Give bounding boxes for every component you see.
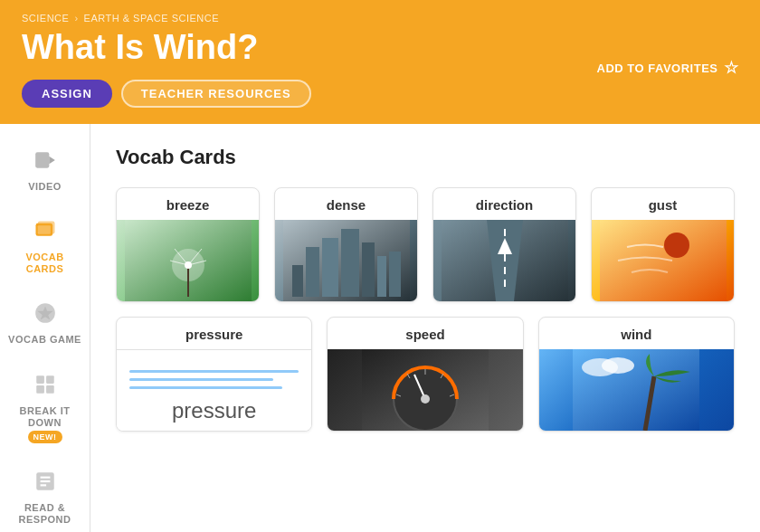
vocab-grid-row2: pressure pressure speed <box>116 317 735 432</box>
svg-rect-33 <box>389 252 401 297</box>
vocab-grid-row1: breeze <box>116 187 735 302</box>
vocab-card-gust[interactable]: gust <box>591 187 735 302</box>
sidebar-item-read-respond[interactable]: READ &RESPOND <box>0 454 90 532</box>
add-favorites-label: ADD TO FAVORITES <box>597 62 718 75</box>
card-direction-image <box>433 220 575 301</box>
sidebar-item-break-it-down[interactable]: BREAK IT DOWN NEW! <box>0 357 90 454</box>
card-speed-title: speed <box>328 318 522 349</box>
breadcrumb-science: SCIENCE <box>22 13 69 24</box>
vocab-card-dense[interactable]: dense <box>274 187 418 302</box>
svg-point-39 <box>664 233 689 258</box>
vocab-card-breeze[interactable]: breeze <box>116 187 260 302</box>
sidebar-item-vocab-game[interactable]: VOCAB GAME <box>0 286 90 356</box>
vocab-card-direction[interactable]: direction <box>432 187 576 302</box>
svg-rect-9 <box>36 385 44 394</box>
card-breeze-image <box>117 220 259 301</box>
svg-rect-30 <box>341 229 359 297</box>
video-icon <box>29 144 62 176</box>
svg-marker-1 <box>49 156 55 164</box>
breadcrumb-earth: EARTH & SPACE SCIENCE <box>84 13 219 24</box>
card-speed-image <box>328 349 522 431</box>
card-gust-title: gust <box>592 188 734 220</box>
new-badge: NEW! <box>28 431 62 443</box>
svg-rect-28 <box>306 247 319 297</box>
card-pressure-image: pressure <box>117 349 311 431</box>
pressure-word: pressure <box>172 398 256 423</box>
card-direction-title: direction <box>433 188 575 220</box>
main-layout: VIDEO VOCAB CARDS VOCAB GAME BREAK IT DO… <box>0 124 760 532</box>
header: SCIENCE › EARTH & SPACE SCIENCE What Is … <box>0 0 760 124</box>
vocab-card-speed[interactable]: speed <box>327 317 523 432</box>
breadcrumb-sep: › <box>74 13 78 24</box>
svg-rect-31 <box>362 242 375 297</box>
vocab-cards-icon <box>29 214 62 247</box>
svg-rect-0 <box>35 152 49 167</box>
sidebar-item-vocab-cards[interactable]: VOCAB CARDS <box>0 204 90 286</box>
sidebar-read-respond-label: READ &RESPOND <box>19 502 71 526</box>
star-icon: ☆ <box>724 58 739 78</box>
svg-point-51 <box>602 357 634 374</box>
svg-rect-29 <box>322 238 338 297</box>
sidebar-item-video[interactable]: VIDEO <box>0 133 90 204</box>
card-wind-image <box>539 349 734 431</box>
vocab-card-wind[interactable]: wind <box>538 317 735 432</box>
svg-point-43 <box>421 394 430 404</box>
add-to-favorites-button[interactable]: ADD TO FAVORITES ☆ <box>597 58 738 78</box>
breadcrumb: SCIENCE › EARTH & SPACE SCIENCE <box>22 13 738 24</box>
sidebar-break-it-down-label: BREAK IT DOWN <box>7 405 82 429</box>
assign-button[interactable]: ASSIGN <box>22 80 112 108</box>
card-dense-title: dense <box>275 188 417 220</box>
svg-point-25 <box>185 261 192 269</box>
page-title: What Is Wind? <box>22 29 597 67</box>
read-respond-icon <box>29 465 62 498</box>
header-actions: What Is Wind? ASSIGN TEACHER RESOURCES A… <box>22 29 738 108</box>
sidebar-video-label: VIDEO <box>28 181 62 193</box>
sidebar: VIDEO VOCAB CARDS VOCAB GAME BREAK IT DO… <box>0 124 90 532</box>
svg-rect-8 <box>46 375 54 384</box>
vocab-card-pressure[interactable]: pressure pressure <box>116 317 312 432</box>
card-breeze-title: breeze <box>117 188 259 220</box>
card-wind-title: wind <box>539 318 734 349</box>
card-gust-image <box>592 220 734 301</box>
svg-rect-32 <box>377 256 386 297</box>
svg-rect-27 <box>292 265 303 297</box>
card-dense-image <box>275 220 417 301</box>
section-title: Vocab Cards <box>116 146 735 169</box>
svg-rect-4 <box>37 221 54 233</box>
header-buttons: ASSIGN TEACHER RESOURCES <box>22 80 597 108</box>
sidebar-vocab-game-label: VOCAB GAME <box>8 334 81 346</box>
sidebar-vocab-cards-label: VOCAB CARDS <box>7 252 82 275</box>
svg-rect-10 <box>46 385 54 394</box>
svg-rect-7 <box>36 375 44 384</box>
content-area: Vocab Cards breeze <box>90 124 760 532</box>
break-it-down-icon <box>29 368 62 401</box>
card-pressure-title: pressure <box>117 318 311 349</box>
vocab-game-icon <box>29 297 62 329</box>
teacher-resources-button[interactable]: TEACHER RESOURCES <box>121 80 311 108</box>
